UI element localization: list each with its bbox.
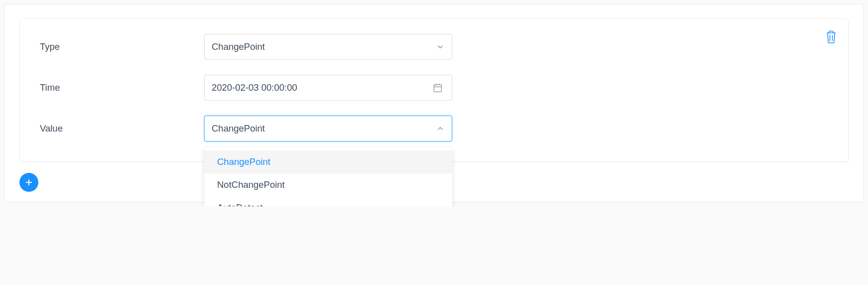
- control-value: ChangePoint ChangePoint NotChangePoint A…: [204, 116, 452, 142]
- svg-rect-2: [434, 85, 442, 92]
- calendar-icon: [433, 83, 443, 93]
- outer-container: Type ChangePoint Time 2020-02-03 00:00:0…: [4, 4, 864, 202]
- value-dropdown-panel: ChangePoint NotChangePoint AutoDetect: [204, 147, 452, 206]
- option-changepoint[interactable]: ChangePoint: [204, 150, 452, 173]
- control-type: ChangePoint: [204, 34, 452, 60]
- chevron-down-icon: [436, 42, 445, 51]
- time-input-value: 2020-02-03 00:00:00: [212, 82, 433, 93]
- row-type: Type ChangePoint: [40, 34, 828, 60]
- form-card: Type ChangePoint Time 2020-02-03 00:00:0…: [19, 18, 849, 162]
- option-notchangepoint[interactable]: NotChangePoint: [204, 173, 452, 196]
- type-select-value: ChangePoint: [212, 41, 436, 52]
- chevron-up-icon: [436, 124, 445, 133]
- value-select-value: ChangePoint: [212, 123, 436, 134]
- add-button[interactable]: [19, 173, 38, 192]
- row-time: Time 2020-02-03 00:00:00: [40, 75, 828, 101]
- value-select[interactable]: ChangePoint: [204, 116, 452, 142]
- time-input[interactable]: 2020-02-03 00:00:00: [204, 75, 452, 101]
- option-autodetect[interactable]: AutoDetect: [204, 196, 452, 206]
- control-time: 2020-02-03 00:00:00: [204, 75, 452, 101]
- label-time: Time: [40, 82, 204, 93]
- row-value: Value ChangePoint ChangePoint NotChangeP…: [40, 116, 828, 142]
- plus-icon: [24, 177, 34, 187]
- label-value: Value: [40, 123, 204, 134]
- trash-icon: [825, 30, 837, 44]
- type-select[interactable]: ChangePoint: [204, 34, 452, 60]
- label-type: Type: [40, 41, 204, 52]
- delete-button[interactable]: [825, 30, 837, 45]
